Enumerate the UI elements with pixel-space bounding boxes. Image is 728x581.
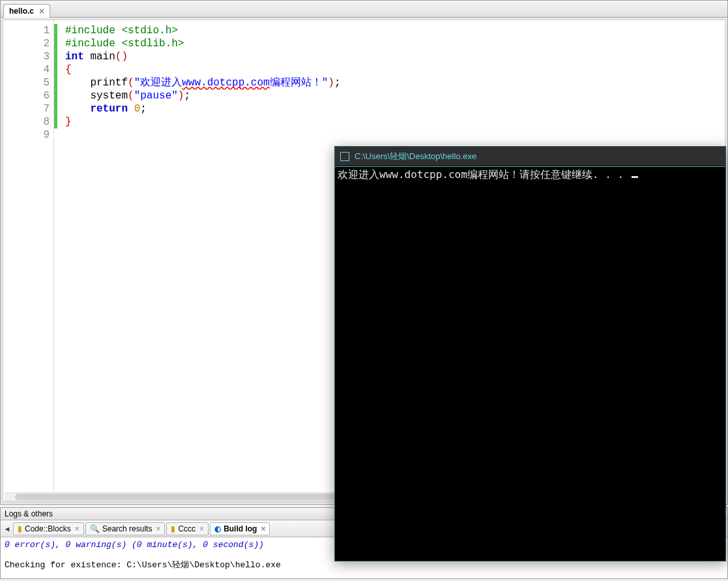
log-tab-search[interactable]: 🔍Search results× [85, 522, 166, 535]
console-title-text: C:\Users\轻烟\Desktop\hello.exe [355, 151, 476, 162]
line-number: 5 [3, 76, 50, 89]
line-number-gutter: 123456789 [3, 20, 54, 501]
line-number: 3 [3, 50, 50, 63]
line-number: 9 [3, 128, 50, 142]
line-number: 1 [3, 24, 50, 37]
line-number: 7 [3, 102, 50, 115]
console-window[interactable]: C:\Users\轻烟\Desktop\hello.exe 欢迎进入www.do… [334, 146, 726, 561]
code-line[interactable]: system("pause"); [65, 89, 340, 102]
code-line[interactable]: } [65, 115, 340, 128]
code-line[interactable] [65, 128, 340, 142]
code-line[interactable]: #include <stdlib.h> [65, 37, 340, 50]
log-tab-label: Code::Blocks [25, 524, 71, 533]
document-icon: ▮ [18, 524, 22, 533]
console-output[interactable]: 欢迎进入www.dotcpp.com编程网站！请按任意键继续. . . [335, 166, 725, 561]
file-tab-hello-c[interactable]: hello.c × [3, 4, 50, 18]
log-tab-label: Search results [102, 524, 153, 533]
scrollbar-thumb[interactable] [15, 494, 338, 500]
code-content[interactable]: #include <stdio.h>#include <stdlib.h>int… [57, 20, 340, 501]
line-number: 4 [3, 63, 50, 76]
close-icon[interactable]: × [261, 524, 265, 533]
window-icon [340, 152, 349, 161]
code-line[interactable]: return 0; [65, 102, 340, 115]
close-icon[interactable]: × [199, 524, 204, 533]
line-number: 6 [3, 89, 50, 102]
log-tab-label: Cccc [178, 524, 196, 533]
close-icon[interactable]: × [75, 524, 80, 533]
console-title-bar[interactable]: C:\Users\轻烟\Desktop\hello.exe [335, 147, 725, 166]
code-line[interactable]: int main() [65, 50, 340, 63]
code-line[interactable]: { [65, 63, 340, 76]
file-tab-label: hello.c [9, 7, 34, 16]
log-tab-label: Build log [224, 524, 257, 533]
line-number: 8 [3, 115, 50, 128]
search-icon: 🔍 [90, 524, 100, 533]
document-icon: ▮ [171, 524, 175, 533]
log-tab-buildlog[interactable]: ◐Build log× [210, 522, 270, 535]
cursor-icon [632, 176, 638, 178]
tab-nav-left-icon[interactable]: ◄ [2, 524, 12, 534]
file-tab-bar: hello.c × [1, 1, 727, 18]
code-line[interactable]: #include <stdio.h> [65, 24, 340, 37]
close-icon[interactable]: × [39, 6, 44, 16]
close-icon[interactable]: × [156, 524, 160, 533]
log-tab-codeblocks[interactable]: ▮Code::Blocks× [13, 522, 84, 535]
build-icon: ◐ [214, 524, 221, 533]
log-tab-cccc[interactable]: ▮Cccc× [166, 522, 209, 535]
console-output-text: 欢迎进入www.dotcpp.com编程网站！请按任意键继续. . . [338, 168, 630, 181]
code-line[interactable]: printf("欢迎进入www.dotcpp.com编程网站！"); [65, 76, 340, 89]
line-number: 2 [3, 37, 50, 50]
